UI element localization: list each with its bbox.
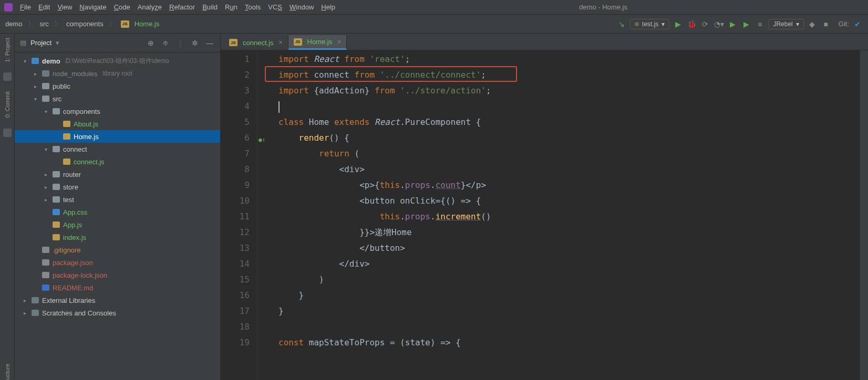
- code-area[interactable]: import React from 'react';import connect…: [268, 50, 860, 380]
- code-line[interactable]: return (: [278, 146, 860, 162]
- run3-icon[interactable]: ▶: [741, 19, 751, 29]
- menu-analyze[interactable]: Analyze: [138, 3, 162, 11]
- folder-icon: [53, 184, 60, 190]
- tree-note: library root: [100, 70, 132, 77]
- code-line[interactable]: </div>: [278, 256, 860, 272]
- run-icon[interactable]: ▶: [673, 19, 683, 29]
- tree-label: src: [53, 95, 61, 103]
- line-number: 19: [221, 335, 250, 351]
- tree-connect-js[interactable]: connect.js: [15, 155, 220, 168]
- code-line[interactable]: import connect from '../connect/connect'…: [278, 67, 860, 83]
- tree-package-lock[interactable]: package-lock.json: [15, 269, 220, 281]
- code-line[interactable]: }: [278, 303, 860, 319]
- tree-router[interactable]: ▸ router: [15, 168, 220, 181]
- tree-gitignore[interactable]: .gitignore: [15, 244, 220, 256]
- tree-test[interactable]: ▸ test: [15, 193, 220, 206]
- menu-edit[interactable]: Edit: [38, 3, 50, 11]
- code-line[interactable]: </button>: [278, 240, 860, 256]
- code-line[interactable]: }}>递增Home: [278, 225, 860, 240]
- run-config-select[interactable]: test.js ▾: [630, 19, 669, 29]
- close-icon[interactable]: ×: [277, 39, 283, 46]
- coverage-icon[interactable]: ⟳: [700, 19, 710, 29]
- menu-tools[interactable]: Tools: [245, 3, 261, 11]
- code-line[interactable]: import React from 'react';: [278, 51, 860, 67]
- project-panel-title[interactable]: Project: [30, 39, 51, 47]
- menu-help[interactable]: Help: [321, 3, 335, 11]
- locate-icon[interactable]: ⊕: [146, 38, 156, 48]
- tree-label: package-lock.json: [53, 271, 107, 279]
- hammer-icon[interactable]: ↘: [616, 19, 627, 29]
- tree-label: Home.js: [74, 133, 99, 141]
- menu-build[interactable]: Build: [202, 3, 218, 11]
- jrebel-ic1[interactable]: ◆: [807, 19, 818, 29]
- hide-icon[interactable]: —: [204, 38, 215, 48]
- close-icon[interactable]: ×: [335, 38, 341, 46]
- code-line[interactable]: <div>: [278, 162, 860, 177]
- tree-package[interactable]: package.json: [15, 256, 220, 269]
- tree-store[interactable]: ▸ store: [15, 181, 220, 193]
- tab-connect-js[interactable]: JS connect.js ×: [224, 35, 288, 50]
- git-update-icon[interactable]: ✔: [852, 19, 863, 29]
- tab-home-js[interactable]: JS Home.js ×: [288, 35, 347, 50]
- tree-app-js[interactable]: App.js: [15, 218, 220, 231]
- tree-scratches[interactable]: ▸ Scratches and Consoles: [15, 307, 220, 319]
- tree-label: store: [63, 183, 78, 191]
- menu-refactor[interactable]: Refactor: [169, 3, 195, 11]
- crumb-file[interactable]: Home.js: [135, 20, 160, 28]
- tree-src[interactable]: ▾ src: [15, 92, 220, 105]
- tree-public[interactable]: ▸ public: [15, 80, 220, 92]
- code-line[interactable]: class Home extends React.PureComponent {: [278, 114, 860, 130]
- code-line[interactable]: render() {: [278, 130, 860, 146]
- code-editor[interactable]: 12345678910111213141516171819 ●↑ import …: [221, 50, 868, 380]
- toolwin-commit[interactable]: 0: Commit: [4, 91, 11, 118]
- toolwin-project[interactable]: 1: Project: [4, 38, 11, 62]
- crumb-src[interactable]: src: [40, 20, 49, 28]
- menu-code[interactable]: Code: [114, 3, 130, 11]
- commit-icon[interactable]: [3, 129, 12, 137]
- toolwin-structure[interactable]: ucture: [4, 364, 11, 380]
- tree-index-js[interactable]: index.js: [15, 231, 220, 244]
- menu-window[interactable]: Window: [290, 3, 314, 11]
- error-stripe[interactable]: [860, 50, 868, 380]
- code-line[interactable]: ): [278, 272, 860, 288]
- tree-readme[interactable]: README.md: [15, 281, 220, 294]
- tree-root[interactable]: ▾ demo D:\Web\React\03-组件\03-组件\demo: [15, 55, 220, 67]
- tree-external-libs[interactable]: ▸ External Libraries: [15, 294, 220, 307]
- menu-vcs[interactable]: VCS: [268, 3, 282, 11]
- jrebel-select[interactable]: JRebel ▾: [768, 19, 803, 29]
- code-line[interactable]: <button onClick={() => {: [278, 193, 860, 209]
- gear-icon[interactable]: ✲: [190, 38, 200, 48]
- expand-icon[interactable]: ≑: [160, 38, 171, 48]
- code-line[interactable]: <p>{this.props.count}</p>: [278, 177, 860, 193]
- menu-run[interactable]: Run: [225, 3, 237, 11]
- tree-node-modules[interactable]: ▸ node_modules library root: [15, 67, 220, 80]
- tree-app-css[interactable]: App.css: [15, 206, 220, 218]
- project-tree[interactable]: ▾ demo D:\Web\React\03-组件\03-组件\demo ▸ n…: [15, 52, 220, 380]
- crumb-components[interactable]: components: [66, 20, 104, 28]
- override-marker-icon[interactable]: ●↑: [259, 132, 265, 148]
- marker-column: ●↑: [257, 50, 268, 380]
- menu-file[interactable]: File: [20, 3, 31, 11]
- chevron-down-icon[interactable]: ▾: [56, 39, 59, 47]
- code-line[interactable]: [278, 319, 860, 335]
- code-line[interactable]: }: [278, 288, 860, 303]
- bookmark-icon[interactable]: [3, 72, 12, 81]
- run2-icon[interactable]: ▶: [727, 19, 738, 29]
- code-line[interactable]: import {addAction} from '../store/action…: [278, 83, 860, 99]
- toolbar: demo 〉 src 〉 components 〉 JS Home.js ↘ t…: [0, 15, 868, 34]
- menu-view[interactable]: View: [57, 3, 72, 11]
- debug-icon[interactable]: 🐞: [686, 19, 697, 29]
- tree-home-js[interactable]: Home.js: [15, 130, 220, 143]
- jrebel-ic2[interactable]: ■: [821, 19, 831, 29]
- tree-components[interactable]: ▾ components: [15, 105, 220, 118]
- profile-icon[interactable]: ◔▾: [714, 19, 724, 29]
- tree-connect-dir[interactable]: ▾ connect: [15, 143, 220, 155]
- code-line[interactable]: const mapStateToProps = (state) => {: [278, 335, 860, 351]
- stop-icon[interactable]: ■: [755, 19, 765, 29]
- code-line[interactable]: [278, 99, 860, 114]
- crumb-root[interactable]: demo: [5, 20, 23, 28]
- tree-about-js[interactable]: About.js: [15, 118, 220, 130]
- code-line[interactable]: this.props.increment(): [278, 209, 860, 225]
- menu-navigate[interactable]: Navigate: [79, 3, 106, 11]
- folder-icon: [53, 108, 60, 114]
